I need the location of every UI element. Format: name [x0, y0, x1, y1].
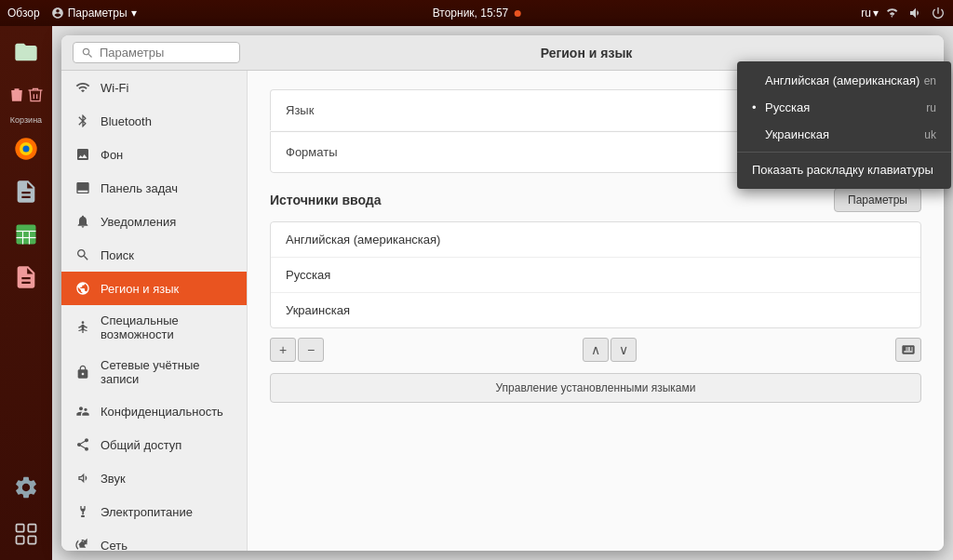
- nav-item-network[interactable]: Сеть: [61, 528, 247, 551]
- accessibility-icon: [74, 319, 91, 336]
- source-item-0[interactable]: Английская (американская): [271, 222, 920, 258]
- power-icon[interactable]: [931, 6, 946, 20]
- nav-item-wifi[interactable]: Wi-Fi: [61, 71, 247, 104]
- dropdown-item-uk[interactable]: Украинская uk: [737, 121, 951, 148]
- nav-item-sharing[interactable]: Общий доступ: [61, 428, 247, 461]
- clock: Вторник, 15:57: [433, 7, 509, 20]
- nav-item-region[interactable]: Регион и язык: [61, 272, 247, 305]
- desktop: Корзина: [0, 26, 953, 560]
- nav-label-background: Фон: [101, 148, 123, 162]
- nav-label-region: Регион и язык: [101, 282, 179, 296]
- add-remove-controls: + −: [270, 338, 324, 362]
- search-icon: [81, 47, 94, 60]
- notification-dot: [514, 10, 520, 17]
- dock: Корзина: [0, 26, 52, 560]
- trash-label: Корзина: [10, 115, 42, 125]
- svg-point-3: [23, 146, 30, 153]
- search-input[interactable]: [100, 46, 221, 60]
- dropdown-item-en[interactable]: Английская (американская) en: [737, 67, 951, 94]
- dropdown-divider: [737, 152, 951, 153]
- language-selector[interactable]: ru ▾: [861, 7, 879, 20]
- nav-label-notifications: Уведомления: [101, 215, 176, 229]
- move-down-button[interactable]: ∨: [611, 338, 637, 362]
- nav-label-privacy: Конфиденциальность: [101, 405, 223, 419]
- input-sources-list: Английская (американская) Русская Украин…: [270, 221, 921, 328]
- move-up-button[interactable]: ∧: [583, 338, 609, 362]
- nav-label-bluetooth: Bluetooth: [101, 114, 152, 128]
- input-sources-title: Источники ввода: [270, 193, 382, 207]
- taskbar-icon: [74, 180, 91, 196]
- language-field-label: Язык: [286, 103, 314, 117]
- svg-rect-12: [28, 536, 35, 543]
- input-controls: + − ∧ ∨: [270, 338, 921, 362]
- keyboard-layout-button[interactable]: [895, 338, 921, 362]
- dropdown-item-ru[interactable]: • Русская ru: [737, 94, 951, 121]
- nav-item-power[interactable]: Электропитание: [61, 495, 247, 528]
- firefox-icon[interactable]: [7, 130, 45, 167]
- svg-point-13: [82, 321, 85, 324]
- show-keyboard-layout-item[interactable]: Показать раскладку клавиатуры: [737, 156, 951, 183]
- dropdown-code-ru: ru: [926, 101, 936, 114]
- network-accounts-icon: [74, 364, 91, 380]
- nav-item-network-accounts[interactable]: Сетевые учётные записи: [61, 350, 247, 394]
- nav-label-search: Поиск: [101, 248, 134, 262]
- background-icon: [74, 146, 91, 163]
- network-nav-icon: [74, 537, 91, 551]
- calc-icon[interactable]: [7, 216, 45, 253]
- nav-label-taskbar: Панель задач: [101, 181, 178, 195]
- window-title: Регион и язык: [240, 46, 933, 60]
- nav-label-sound: Звук: [101, 472, 126, 486]
- volume-icon: [908, 6, 923, 20]
- reorder-controls: ∧ ∨: [583, 338, 637, 362]
- dropdown-check-ru: •: [752, 100, 765, 114]
- notifications-icon: [74, 213, 91, 230]
- add-source-button[interactable]: +: [270, 338, 296, 362]
- privacy-icon: [74, 403, 91, 420]
- nav-item-notifications[interactable]: Уведомления: [61, 205, 247, 238]
- files-icon[interactable]: [7, 33, 45, 71]
- svg-rect-9: [17, 525, 24, 532]
- network-icon: [886, 6, 901, 20]
- topbar: Обзор Параметры ▾ Вторник, 15:57 ru ▾: [0, 0, 953, 26]
- remove-source-button[interactable]: −: [298, 338, 324, 362]
- nav-label-network: Сеть: [101, 539, 128, 552]
- manage-languages-button[interactable]: Управление установленными языками: [270, 373, 921, 403]
- settings-icon[interactable]: [7, 469, 45, 506]
- settings-menu[interactable]: Параметры ▾: [51, 7, 137, 20]
- dropdown-code-uk: uk: [924, 128, 936, 141]
- text-editor-icon[interactable]: [7, 173, 45, 210]
- wifi-icon: [74, 79, 91, 96]
- params-button[interactable]: Параметры: [834, 188, 921, 212]
- power-nav-icon: [74, 503, 91, 520]
- nav-item-sound[interactable]: Звук: [61, 461, 247, 495]
- language-dropdown: Английская (американская) en • Русская r…: [737, 61, 951, 189]
- nav-label-power: Электропитание: [101, 505, 193, 519]
- svg-rect-11: [17, 536, 24, 543]
- source-item-1[interactable]: Русская: [271, 258, 920, 293]
- overview-button[interactable]: Обзор: [7, 7, 40, 20]
- formats-field-label: Форматы: [286, 145, 338, 159]
- svg-rect-4: [17, 225, 36, 245]
- nav-item-bluetooth[interactable]: Bluetooth: [61, 104, 247, 138]
- left-nav: Wi-Fi Bluetooth Фон: [61, 71, 248, 551]
- dropdown-code-en: en: [924, 74, 936, 87]
- svg-rect-10: [28, 525, 35, 532]
- sound-icon: [74, 470, 91, 487]
- nav-label-accessibility: Специальные возможности: [101, 313, 234, 341]
- nav-item-search[interactable]: Поиск: [61, 238, 247, 272]
- bluetooth-icon: [74, 113, 91, 129]
- nav-label-wifi: Wi-Fi: [101, 81, 128, 95]
- trash-icon[interactable]: [7, 76, 45, 113]
- writer-icon[interactable]: [7, 259, 45, 296]
- search-box[interactable]: [73, 42, 240, 63]
- apps-grid-icon[interactable]: [7, 515, 45, 553]
- nav-item-taskbar[interactable]: Панель задач: [61, 171, 247, 205]
- source-item-2[interactable]: Украинская: [271, 293, 920, 327]
- nav-item-privacy[interactable]: Конфиденциальность: [61, 394, 247, 428]
- nav-label-sharing: Общий доступ: [101, 438, 181, 452]
- search-nav-icon: [74, 247, 91, 263]
- sharing-icon: [74, 436, 91, 453]
- nav-item-accessibility[interactable]: Специальные возможности: [61, 305, 247, 350]
- nav-item-background[interactable]: Фон: [61, 138, 247, 171]
- region-icon: [74, 280, 91, 297]
